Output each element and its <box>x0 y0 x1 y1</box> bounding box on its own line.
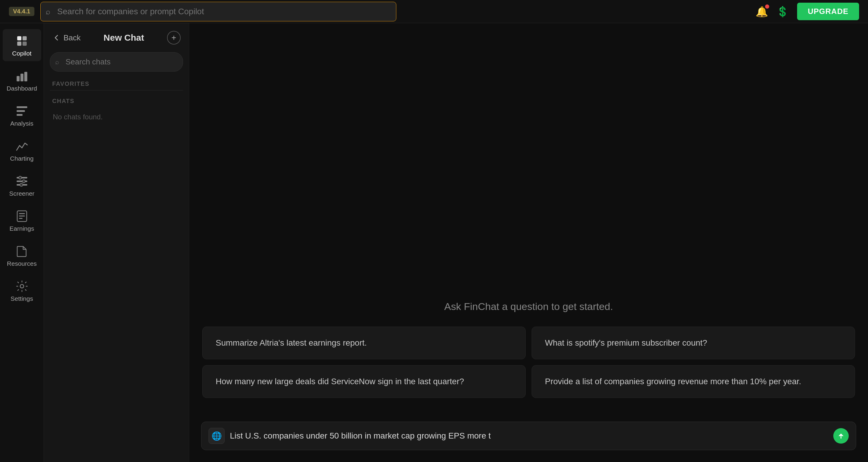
chat-input-bar: 🌐 <box>201 422 856 450</box>
sidebar-item-label-earnings: Earnings <box>9 225 34 232</box>
sidebar-item-label-charting: Charting <box>10 155 33 162</box>
suggestion-card-2[interactable]: How many new large deals did ServiceNow … <box>202 365 526 398</box>
suggestion-card-1[interactable]: What is spotify's premium subscriber cou… <box>532 327 855 359</box>
chats-section: CHATS No chats found. <box>44 91 189 124</box>
suggestion-card-3[interactable]: Provide a list of companies growing reve… <box>532 365 855 398</box>
top-search-wrapper: ⌕ <box>40 2 396 21</box>
svg-rect-19 <box>19 218 23 219</box>
svg-rect-2 <box>17 41 21 46</box>
svg-point-14 <box>22 180 25 183</box>
svg-rect-6 <box>24 72 27 81</box>
upgrade-button[interactable]: UPGRADE <box>797 3 859 20</box>
no-chats-message: No chats found. <box>52 108 181 121</box>
new-chat-button[interactable]: + <box>167 31 181 45</box>
chats-section-label: CHATS <box>52 95 181 108</box>
notification-dot <box>765 4 769 9</box>
notification-icon[interactable]: 🔔 <box>755 6 768 18</box>
sidebar-item-copilot[interactable]: Copilot <box>3 29 41 61</box>
ask-prompt-text: Ask FinChat a question to get started. <box>444 301 613 312</box>
chat-content: Ask FinChat a question to get started. S… <box>189 23 868 422</box>
suggestion-cards: Summarize Altria's latest earnings repor… <box>202 327 855 398</box>
svg-rect-3 <box>23 41 27 46</box>
sidebar-item-analysis[interactable]: Analysis <box>3 99 41 131</box>
left-nav: Copilot Dashboard Analysis Chart <box>0 23 44 462</box>
svg-point-13 <box>19 176 22 179</box>
sidebar-title: New Chat <box>86 33 162 43</box>
top-bar-actions: 🔔 💲 UPGRADE <box>755 3 859 20</box>
back-label: Back <box>63 33 81 42</box>
body-row: Copilot Dashboard Analysis Chart <box>0 23 868 462</box>
sidebar-item-label-dashboard: Dashboard <box>6 85 37 92</box>
sidebar-search-icon: ⌕ <box>55 58 59 66</box>
sidebar-item-label-screener: Screener <box>9 190 34 197</box>
svg-rect-5 <box>21 74 24 81</box>
svg-rect-1 <box>23 36 27 40</box>
chat-search-input[interactable] <box>50 52 183 71</box>
sidebar-item-resources[interactable]: Resources <box>3 239 41 271</box>
sidebar-item-dashboard[interactable]: Dashboard <box>3 64 41 96</box>
svg-point-20 <box>20 284 24 288</box>
sidebar-item-earnings[interactable]: Earnings <box>3 204 41 236</box>
top-search-icon: ⌕ <box>46 7 51 16</box>
favorites-section-label: FAVORITES <box>44 78 189 90</box>
svg-rect-18 <box>19 215 25 216</box>
top-search-input[interactable] <box>40 2 396 21</box>
sidebar-header: Back New Chat + <box>44 23 189 52</box>
sidebar-item-screener[interactable]: Screener <box>3 169 41 201</box>
svg-rect-0 <box>17 36 21 40</box>
coin-icon[interactable]: 💲 <box>776 6 789 18</box>
sidebar-item-label-settings: Settings <box>11 295 33 302</box>
sidebar-item-label-analysis: Analysis <box>10 120 33 127</box>
svg-rect-4 <box>17 76 20 81</box>
svg-rect-17 <box>19 213 25 214</box>
chat-send-button[interactable] <box>833 428 849 443</box>
svg-rect-8 <box>17 110 25 112</box>
globe-icon[interactable]: 🌐 <box>209 428 224 444</box>
svg-rect-7 <box>17 106 27 108</box>
sidebar-search: ⌕ <box>50 52 183 71</box>
back-button[interactable]: Back <box>52 33 81 42</box>
suggestion-card-0[interactable]: Summarize Altria's latest earnings repor… <box>202 327 526 359</box>
sidebar-item-charting[interactable]: Charting <box>3 134 41 166</box>
chat-sidebar: Back New Chat + ⌕ FAVORITES CHATS No cha… <box>44 23 189 462</box>
sidebar-item-label-resources: Resources <box>7 260 36 267</box>
chat-input-field[interactable] <box>230 431 828 441</box>
version-badge: V4.4.1 <box>9 7 34 16</box>
sidebar-item-settings[interactable]: Settings <box>3 275 41 307</box>
svg-point-15 <box>20 183 23 186</box>
main-chat-area: Ask FinChat a question to get started. S… <box>189 23 868 462</box>
sidebar-item-label-copilot: Copilot <box>12 50 31 57</box>
top-bar: V4.4.1 ⌕ 🔔 💲 UPGRADE <box>0 0 868 23</box>
svg-rect-9 <box>17 114 23 116</box>
